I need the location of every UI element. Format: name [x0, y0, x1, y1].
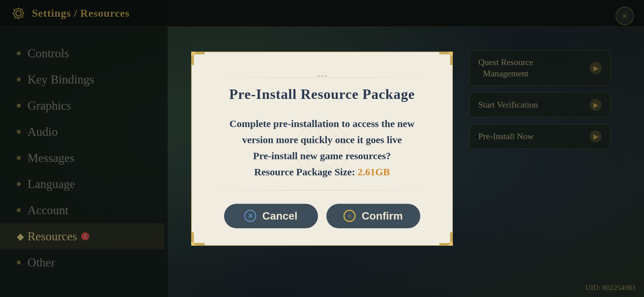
cancel-icon: ✕: [244, 210, 256, 222]
modal-title: Pre-Install Resource Package: [212, 86, 432, 102]
modal-body-line2: version more quickly once it goes live: [212, 132, 432, 148]
modal-dialog: Pre-Install Resource Package Complete pr…: [191, 52, 453, 246]
corner-decoration-bl: [191, 232, 205, 246]
modal-buttons: ✕ Cancel ○ Confirm: [212, 204, 432, 228]
confirm-button[interactable]: ○ Confirm: [326, 204, 420, 228]
confirm-label: Confirm: [362, 210, 403, 222]
corner-decoration-br: [439, 232, 453, 246]
size-prefix: Resource Package Size:: [254, 166, 358, 177]
modal-body-line3: Pre-install new game resources?: [212, 148, 432, 164]
cancel-button[interactable]: ✕ Cancel: [224, 204, 318, 228]
modal-body: Complete pre-installation to access the …: [212, 116, 432, 180]
modal-body-line4: Resource Package Size: 2.61GB: [212, 164, 432, 180]
modal-body-line1: Complete pre-installation to access the …: [212, 116, 432, 132]
cancel-label: Cancel: [262, 210, 298, 222]
bottom-divider: [205, 190, 439, 190]
size-value: 2.61GB: [358, 166, 390, 177]
corner-decoration-tl: [191, 52, 205, 65]
top-divider: [212, 77, 432, 78]
corner-decoration-tr: [439, 52, 453, 65]
modal-overlay: Pre-Install Resource Package Complete pr…: [0, 0, 644, 297]
confirm-icon: ○: [343, 210, 356, 222]
